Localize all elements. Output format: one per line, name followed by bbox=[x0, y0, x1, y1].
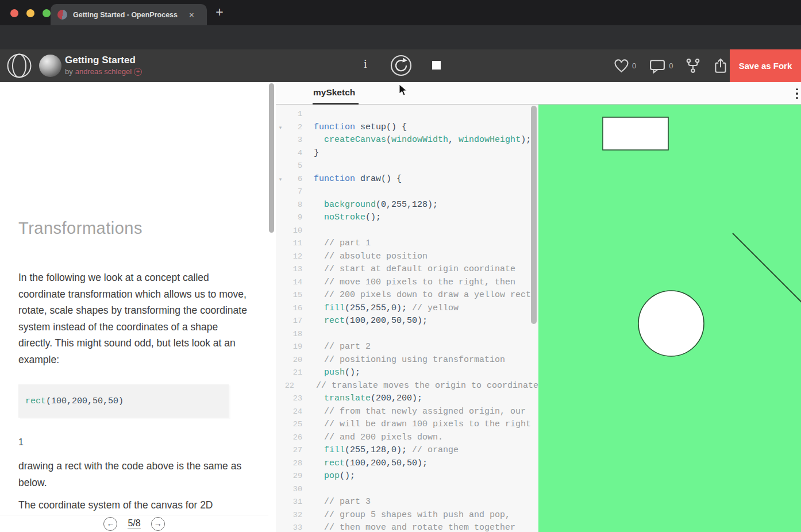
fold-gutter bbox=[276, 276, 285, 290]
fold-gutter bbox=[276, 289, 285, 302]
code-line: 9 noStroke(); bbox=[276, 211, 538, 225]
code-line: 33 // then move and rotate them together bbox=[276, 522, 538, 532]
new-tab-button[interactable]: + bbox=[211, 5, 228, 20]
code-text: // 200 pixels down to draw a yellow rect bbox=[314, 289, 531, 302]
save-as-fork-button[interactable]: Save as Fork bbox=[730, 49, 801, 82]
page-indicator[interactable]: 5/8 bbox=[128, 518, 140, 529]
code-line: 32 // group 5 shapes with push and pop, bbox=[276, 509, 538, 522]
byline-prefix: by bbox=[65, 67, 73, 76]
browser-window: Getting Started - OpenProcess × + ← → op… bbox=[0, 0, 801, 532]
line-number: 17 bbox=[285, 315, 302, 328]
openprocessing-logo[interactable] bbox=[6, 52, 33, 79]
sketch-canvas[interactable] bbox=[538, 105, 801, 532]
close-window-button[interactable] bbox=[10, 9, 18, 17]
snippet-caption: 1 bbox=[18, 437, 24, 448]
tab-mysketch[interactable]: mySketch bbox=[313, 82, 355, 105]
code-text: rect(100,200,50,50); bbox=[314, 457, 428, 471]
fold-arrow-icon[interactable]: ▾ bbox=[276, 121, 285, 134]
openprocessing-favicon bbox=[57, 10, 67, 20]
minimize-window-button[interactable] bbox=[26, 9, 34, 17]
follow-plus-icon[interactable]: + bbox=[134, 68, 142, 76]
line-number: 20 bbox=[285, 354, 302, 367]
fold-gutter bbox=[276, 263, 285, 276]
line-number: 15 bbox=[285, 289, 302, 302]
fold-gutter bbox=[276, 444, 285, 457]
line-number: 18 bbox=[285, 328, 302, 341]
line-number: 22 bbox=[282, 380, 294, 393]
code-line: 29 pop(); bbox=[276, 470, 538, 483]
fold-gutter bbox=[276, 250, 285, 264]
next-page-button[interactable]: → bbox=[151, 517, 165, 531]
line-number: 16 bbox=[285, 302, 302, 315]
fold-arrow-icon[interactable]: ▾ bbox=[276, 173, 285, 186]
tutorial-scrollbar[interactable] bbox=[269, 83, 274, 233]
line-number: 23 bbox=[285, 392, 302, 406]
browser-tab[interactable]: Getting Started - OpenProcess × bbox=[51, 4, 207, 25]
fork-icon[interactable] bbox=[686, 58, 700, 74]
code-text: function draw() { bbox=[314, 173, 402, 186]
editor-menu-icon[interactable] bbox=[794, 86, 800, 101]
fold-gutter bbox=[276, 211, 285, 225]
share-icon[interactable] bbox=[713, 58, 728, 74]
browser-tab-strip: Getting Started - OpenProcess × + bbox=[0, 0, 801, 25]
tutorial-heading: Transformations bbox=[18, 219, 143, 238]
code-text: function setup() { bbox=[314, 121, 407, 134]
line-number: 31 bbox=[285, 496, 302, 509]
code-line: 21 push(); bbox=[276, 367, 538, 380]
line-number: 14 bbox=[285, 276, 302, 290]
line-number: 19 bbox=[285, 341, 302, 354]
code-text: // will be drawn 100 pixels to the right bbox=[314, 418, 531, 431]
code-line: 26 // and 200 pixels down. bbox=[276, 431, 538, 445]
fold-gutter bbox=[276, 302, 285, 315]
comment-icon bbox=[649, 59, 666, 74]
openprocessing-header: Getting Started by andreas schlegel + i … bbox=[0, 49, 801, 82]
code-line: 23 translate(200,200); bbox=[276, 392, 538, 406]
code-line: 5 bbox=[276, 160, 538, 173]
code-line: 10 bbox=[276, 225, 538, 238]
code-line: 11 // part 1 bbox=[276, 237, 538, 250]
code-line: 7 bbox=[276, 186, 538, 199]
code-text: // from that newly assigned origin, our bbox=[314, 406, 526, 419]
fold-gutter bbox=[276, 199, 285, 212]
sketch-line bbox=[733, 233, 801, 309]
code-line: 13 // start at default origin coordinate bbox=[276, 263, 538, 276]
author-avatar[interactable] bbox=[39, 55, 61, 77]
line-number: 8 bbox=[285, 199, 302, 212]
code-text: } bbox=[314, 147, 319, 160]
comments-group[interactable]: 0 bbox=[649, 59, 673, 74]
code-line: 17 rect(100,200,50,50); bbox=[276, 315, 538, 328]
sketch-circle bbox=[638, 291, 704, 356]
editor-scrollbar[interactable] bbox=[531, 106, 537, 324]
line-number: 21 bbox=[285, 367, 302, 380]
code-line: 8 background(0,255,128); bbox=[276, 199, 538, 212]
code-text: // group 5 shapes with push and pop, bbox=[314, 509, 510, 522]
fold-gutter bbox=[276, 392, 285, 406]
code-text: // start at default origin coordinate bbox=[314, 263, 515, 276]
code-line: 25 // will be drawn 100 pixels to the ri… bbox=[276, 418, 538, 431]
macos-traffic-lights bbox=[10, 9, 51, 17]
code-text: pop(); bbox=[314, 470, 355, 483]
stop-sketch-button[interactable] bbox=[432, 61, 441, 70]
code-text: // part 3 bbox=[314, 496, 371, 509]
line-number: 6 bbox=[285, 173, 302, 186]
line-number: 9 bbox=[285, 211, 302, 225]
code-text: fill(255,128,0); // orange bbox=[314, 444, 459, 457]
tab-close-icon[interactable]: × bbox=[189, 10, 194, 20]
line-number: 24 bbox=[285, 406, 302, 419]
code-line: 12 // absolute position bbox=[276, 250, 538, 264]
zoom-window-button[interactable] bbox=[43, 9, 51, 17]
fold-gutter bbox=[276, 186, 285, 199]
info-button[interactable]: i bbox=[361, 57, 370, 71]
sketch-title: Getting Started bbox=[65, 55, 136, 66]
restart-sketch-button[interactable] bbox=[390, 54, 413, 77]
line-number: 32 bbox=[285, 509, 302, 522]
line-number: 26 bbox=[285, 431, 302, 445]
code-editor[interactable]: 1▾2function setup() {3 createCanvas(wind… bbox=[276, 105, 538, 532]
fold-gutter bbox=[276, 225, 285, 238]
likes-group[interactable]: 0 bbox=[614, 59, 636, 73]
prev-page-button[interactable]: ← bbox=[103, 517, 117, 531]
author-link[interactable]: andreas schlegel bbox=[75, 67, 132, 76]
fold-gutter bbox=[276, 328, 285, 341]
code-line: ▾2function setup() { bbox=[276, 121, 538, 134]
code-line: ▾6function draw() { bbox=[276, 173, 538, 186]
